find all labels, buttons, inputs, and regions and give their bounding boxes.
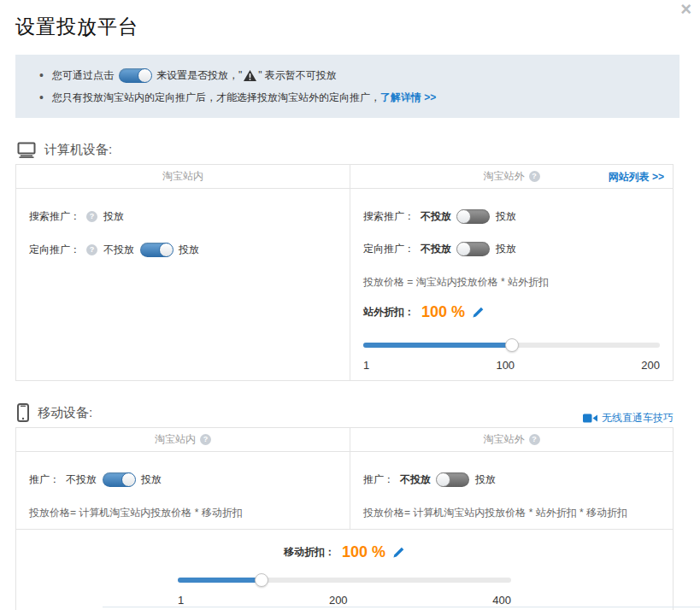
- computer-sitein-target-toggle[interactable]: [140, 243, 173, 257]
- wireless-tips-link[interactable]: 无线直通车技巧: [602, 411, 674, 425]
- toggle-knob: [121, 472, 136, 487]
- computer-section-head: 计算机设备:: [17, 135, 675, 164]
- mobile-sitein-header: 淘宝站内 ?: [16, 428, 350, 452]
- computer-siteout-target-toggle[interactable]: [457, 242, 490, 256]
- computer-sitein-search-row: 搜索推广： ? 投放: [29, 209, 350, 224]
- edit-pencil-icon[interactable]: [472, 306, 485, 319]
- warning-icon: [244, 70, 256, 81]
- computer-icon: [17, 142, 36, 158]
- on-label: 投放: [496, 242, 516, 256]
- mobile-discount-slider[interactable]: [178, 573, 511, 587]
- phone-icon: [17, 403, 29, 422]
- promo-label: 推广：: [29, 472, 60, 487]
- notice-line-1: • 您可通过点击 来设置是否投放，" " 表示暂不可投放: [15, 64, 668, 86]
- target-promo-label: 定向推广：: [363, 242, 415, 256]
- computer-sitein-header: 淘宝站内: [16, 165, 350, 189]
- notice1-post: " 表示暂不可投放: [258, 64, 337, 86]
- slider-mid-label: 100: [496, 359, 515, 372]
- slider-min-label: 1: [178, 594, 184, 607]
- close-icon[interactable]: ×: [680, 0, 691, 19]
- notice1-pre: 您可通过点击: [52, 64, 114, 86]
- bullet-icon: •: [39, 86, 44, 109]
- mobile-siteout-header-label: 淘宝站外: [484, 432, 525, 447]
- computer-table: 淘宝站内 淘宝站外 ? 网站列表 >> 搜索推广： ? 投放 定向推广： ? 不…: [15, 164, 674, 381]
- notice-box: • 您可通过点击 来设置是否投放，" " 表示暂不可投放 • 您只有投放淘宝站内…: [15, 55, 679, 118]
- example-toggle: [119, 68, 151, 83]
- off-label: 不投放: [103, 243, 134, 257]
- search-promo-label: 搜索推广：: [363, 209, 415, 224]
- slider-fill: [363, 343, 512, 348]
- computer-siteout-header-label: 淘宝站外: [484, 169, 525, 184]
- siteout-discount-slider-area: 1 100 200: [363, 338, 673, 372]
- notice-line-2: • 您只有投放淘宝站内的定向推广后，才能选择投放淘宝站外的定向推广， 了解详情 …: [15, 86, 668, 109]
- on-label: 投放: [496, 209, 516, 224]
- computer-siteout-search-row: 搜索推广： 不投放 投放: [363, 209, 673, 224]
- help-icon[interactable]: ?: [529, 171, 540, 182]
- mobile-discount-slider-area: 1 200 400: [178, 573, 511, 607]
- siteout-discount-slider[interactable]: [363, 338, 660, 352]
- slider-min-label: 1: [363, 359, 369, 372]
- mobile-section-head: 移动设备: 无线直通车技巧: [17, 398, 675, 427]
- help-icon[interactable]: ?: [86, 244, 97, 255]
- toggle-knob: [138, 68, 152, 83]
- mobile-discount-value: 100 %: [342, 543, 385, 561]
- on-label: 投放: [179, 243, 199, 257]
- siteout-price-formula: 投放价格 = 淘宝站内投放价格 * 站外折扣: [363, 275, 673, 290]
- slider-labels: 1 200 400: [178, 594, 511, 607]
- mobile-sitein-promo-toggle[interactable]: [103, 472, 135, 487]
- help-icon[interactable]: ?: [200, 434, 211, 445]
- toggle-knob: [436, 472, 450, 487]
- siteout-discount-row: 站外折扣： 100 %: [363, 303, 673, 321]
- mobile-siteout-header: 淘宝站外 ?: [350, 428, 673, 452]
- search-promo-status: 投放: [103, 209, 124, 224]
- on-label: 投放: [475, 472, 496, 487]
- help-icon[interactable]: ?: [529, 434, 540, 445]
- mobile-discount-label: 移动折扣：: [284, 545, 335, 560]
- wireless-tips: 无线直通车技巧: [583, 411, 674, 425]
- mobile-siteout-promo-toggle[interactable]: [437, 472, 469, 487]
- set-platform-dialog: × 设置投放平台 • 您可通过点击 来设置是否投放，" " 表示暂不可投放 • …: [0, 0, 700, 610]
- computer-siteout-header: 淘宝站外 ? 网站列表 >>: [350, 165, 673, 189]
- page-bottom-divider: [103, 607, 700, 607]
- off-label: 不投放: [421, 242, 451, 256]
- edit-pencil-icon[interactable]: [392, 546, 405, 559]
- mobile-sitein-price-formula: 投放价格= 计算机淘宝站内投放价格 * 移动折扣: [29, 506, 350, 520]
- siteout-discount-value: 100 %: [421, 303, 465, 321]
- learn-more-link[interactable]: 了解详情 >>: [380, 86, 436, 109]
- computer-siteout-search-toggle[interactable]: [457, 209, 490, 224]
- mobile-discount-row: 移动折扣： 100 %: [16, 543, 673, 561]
- computer-sitein-cell: 搜索推广： ? 投放 定向推广： ? 不投放 投放: [16, 189, 350, 380]
- on-label: 投放: [141, 472, 162, 487]
- website-list-link[interactable]: 网站列表 >>: [609, 165, 664, 189]
- mobile-sitein-header-label: 淘宝站内: [155, 432, 196, 447]
- slider-max-label: 200: [641, 359, 660, 372]
- computer-sitein-header-label: 淘宝站内: [162, 169, 203, 184]
- slider-handle[interactable]: [505, 338, 519, 352]
- toggle-knob: [456, 209, 471, 224]
- computer-sitein-target-row: 定向推广： ? 不投放 投放: [29, 243, 350, 257]
- computer-siteout-cell: 搜索推广： 不投放 投放 定向推广： 不投放 投放 投放价格 = 淘宝站内投放价…: [350, 189, 673, 380]
- search-promo-label: 搜索推广：: [29, 209, 80, 224]
- mobile-sitein-cell: 推广： 不投放 投放 投放价格= 计算机淘宝站内投放价格 * 移动折扣: [16, 452, 350, 529]
- off-label: 不投放: [66, 472, 97, 487]
- target-promo-label: 定向推广：: [29, 243, 80, 257]
- toggle-knob: [456, 242, 471, 256]
- toggle-knob: [159, 243, 174, 257]
- slider-handle[interactable]: [255, 573, 268, 587]
- mobile-sitein-promo-row: 推广： 不投放 投放: [29, 472, 350, 487]
- notice1-mid: 来设置是否投放，": [156, 64, 242, 86]
- bullet-icon: •: [39, 64, 44, 86]
- computer-section-title: 计算机设备:: [44, 142, 112, 158]
- slider-fill: [178, 578, 262, 583]
- help-icon[interactable]: ?: [86, 211, 97, 222]
- notice2-text: 您只有投放淘宝站内的定向推广后，才能选择投放淘宝站外的定向推广，: [52, 86, 380, 109]
- page-title: 设置投放平台: [15, 14, 700, 40]
- computer-siteout-target-row: 定向推广： 不投放 投放: [363, 242, 673, 256]
- siteout-discount-label: 站外折扣：: [363, 305, 415, 320]
- off-label: 不投放: [421, 209, 451, 224]
- off-label: 不投放: [400, 472, 431, 487]
- video-icon: [583, 414, 597, 423]
- mobile-table: 淘宝站内 ? 淘宝站外 ? 推广： 不投放 投放 投放价格= 计算机淘宝站内投放…: [15, 427, 674, 610]
- mobile-section-title: 移动设备:: [38, 405, 92, 421]
- slider-mid-label: 200: [329, 594, 348, 607]
